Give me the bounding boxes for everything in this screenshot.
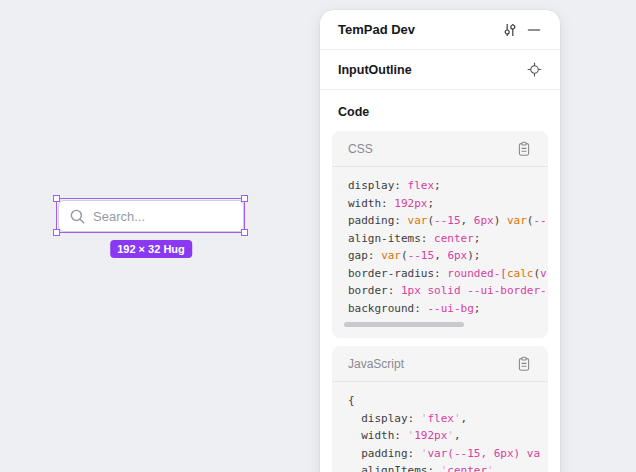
- clipboard-copy-icon[interactable]: [512, 137, 536, 161]
- code-line: padding: 'var(--15, 6px) va: [348, 445, 548, 463]
- code-section: Code CSS display: flex;width: 192px;padd…: [320, 105, 560, 472]
- sliders-icon[interactable]: [498, 18, 522, 42]
- code-line: display: flex;: [348, 177, 548, 195]
- code-line: width: '192px',: [348, 427, 548, 445]
- code-line: background: --ui-bg;: [348, 300, 548, 318]
- code-block-label-css: CSS: [348, 142, 512, 156]
- code-block-label-js: JavaScript: [348, 357, 512, 371]
- code-line: {: [348, 392, 548, 410]
- code-block-header: CSS: [332, 131, 548, 167]
- code-line: padding: var(--15, 6px) var(--: [348, 212, 548, 230]
- code-block-body[interactable]: display: flex;width: 192px;padding: var(…: [332, 167, 548, 338]
- horizontal-scrollbar[interactable]: [344, 322, 464, 327]
- code-block-body[interactable]: { display: 'flex', width: '192px', paddi…: [332, 382, 548, 472]
- size-badge: 192 × 32 Hug: [110, 240, 192, 258]
- code-line: border-radius: rounded-[calc(v: [348, 265, 548, 283]
- tempad-dev-panel: TemPad Dev InputOutline: [320, 10, 560, 472]
- panel-header: TemPad Dev: [320, 10, 560, 50]
- panel-title: TemPad Dev: [338, 22, 498, 37]
- search-input-frame[interactable]: Search...: [58, 200, 244, 232]
- code-blocks-container: CSS display: flex;width: 192px;padding: …: [332, 131, 548, 472]
- code-section-label: Code: [338, 105, 548, 119]
- clipboard-copy-icon[interactable]: [512, 352, 536, 376]
- code-line: width: 192px;: [348, 195, 548, 213]
- code-line: alignItems: 'center',: [348, 462, 548, 472]
- code-block-css: CSS display: flex;width: 192px;padding: …: [332, 131, 548, 338]
- component-name: InputOutline: [338, 63, 522, 77]
- magnifier-icon: [69, 208, 86, 225]
- design-canvas[interactable]: Search... 192 × 32 Hug TemPad Dev: [0, 0, 636, 472]
- code-block-js: JavaScript { display: 'flex', width: '19…: [332, 346, 548, 472]
- code-line: border: 1px solid --ui-border-: [348, 282, 548, 300]
- code-line: gap: var(--15, 6px);: [348, 247, 548, 265]
- component-row[interactable]: InputOutline: [320, 50, 560, 90]
- minimize-icon[interactable]: [522, 18, 546, 42]
- code-line: display: 'flex',: [348, 410, 548, 428]
- search-placeholder-text: Search...: [93, 209, 145, 224]
- target-icon[interactable]: [522, 58, 546, 82]
- code-line: align-items: center;: [348, 230, 548, 248]
- code-block-header: JavaScript: [332, 346, 548, 382]
